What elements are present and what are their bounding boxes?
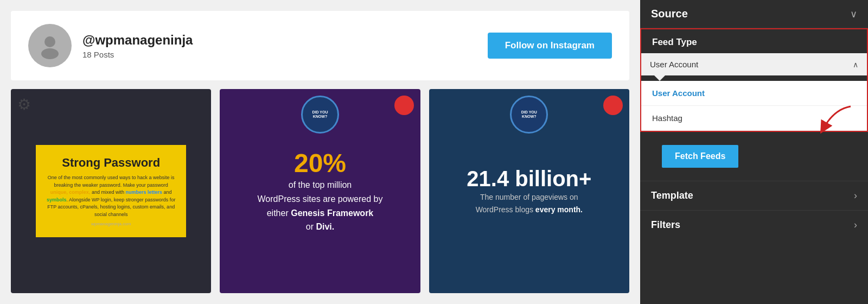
card1-title: Strong Password [46, 156, 176, 170]
card2-background: DID YOUKNOW? 20% of the top million Word… [220, 89, 420, 293]
source-section-header[interactable]: Source ∨ [640, 0, 868, 28]
card1-content: Strong Password One of the most commonly… [36, 145, 186, 237]
card3-text: The number of pageviews on WordPress blo… [467, 191, 591, 216]
list-item: ⚙ Strong Password One of the most common… [11, 89, 211, 293]
card1-watermark: wpmanageninja.com [46, 221, 176, 226]
svg-point-1 [41, 48, 59, 59]
fetch-feeds-button[interactable]: Fetch Feeds [662, 145, 738, 168]
card2-bubble: DID YOUKNOW? [301, 96, 339, 134]
main-content: @wpmanageninja 18 Posts Follow on Instag… [0, 0, 640, 304]
dropdown-selected-value: User Account [650, 60, 698, 69]
card3-content: 21.4 billion+ The number of pageviews on… [456, 156, 602, 226]
card3-number: 21.4 billion+ [467, 167, 591, 191]
dropdown-option-user-account[interactable]: User Account [641, 81, 867, 106]
card2-bubble-text: DID YOUKNOW? [312, 110, 328, 119]
card3-background: DID YOUKNOW? 21.4 billion+ The number of… [429, 89, 629, 293]
follow-instagram-button[interactable]: Follow on Instagram [488, 33, 612, 59]
gear-icon: ⚙ [17, 96, 31, 113]
card2-badge [394, 96, 414, 115]
chevron-up-icon: ∧ [853, 60, 858, 69]
avatar [28, 24, 72, 67]
card2-content: 20% of the top million WordPress sites a… [247, 137, 394, 244]
feed-type-dropdown[interactable]: User Account ∧ [641, 53, 867, 75]
profile-username: @wpmanageninja [82, 33, 193, 48]
card3-badge [603, 96, 623, 115]
card3-bubble: DID YOUKNOW? [510, 96, 548, 134]
profile-info: @wpmanageninja 18 Posts [82, 33, 193, 59]
filters-section[interactable]: Filters › [640, 210, 868, 239]
red-arrow-icon [813, 104, 856, 134]
card1-text: One of the most commonly used ways to ha… [46, 174, 176, 218]
svg-point-0 [44, 36, 55, 47]
sidebar: Source ∨ Feed Type User Account ∧ User A… [640, 0, 868, 304]
feed-type-label: Feed Type [641, 29, 867, 53]
profile-left: @wpmanageninja 18 Posts [28, 24, 193, 67]
chevron-right-icon: › [854, 190, 857, 201]
filters-label: Filters [651, 219, 680, 231]
feed-type-section: Feed Type User Account ∧ User Account Ha… [640, 28, 868, 132]
profile-header: @wpmanageninja 18 Posts Follow on Instag… [11, 11, 629, 80]
template-label: Template [651, 190, 693, 201]
card3-bubble-text: DID YOUKNOW? [521, 110, 537, 119]
chevron-down-icon: ∨ [850, 8, 857, 20]
source-title: Source [651, 8, 688, 20]
list-item: DID YOUKNOW? 21.4 billion+ The number of… [429, 89, 629, 293]
template-section[interactable]: Template › [640, 181, 868, 210]
fetch-feeds-row: Fetch Feeds [640, 132, 868, 181]
list-item: DID YOUKNOW? 20% of the top million Word… [220, 89, 420, 293]
chevron-right-icon: › [854, 219, 857, 231]
profile-posts: 18 Posts [82, 50, 193, 59]
image-grid: ⚙ Strong Password One of the most common… [0, 89, 640, 304]
card1-background: ⚙ Strong Password One of the most common… [11, 89, 211, 293]
dropdown-triangle [654, 75, 665, 81]
card2-percent: 20% [258, 148, 383, 178]
card2-text: of the top million WordPress sites are p… [258, 178, 383, 233]
